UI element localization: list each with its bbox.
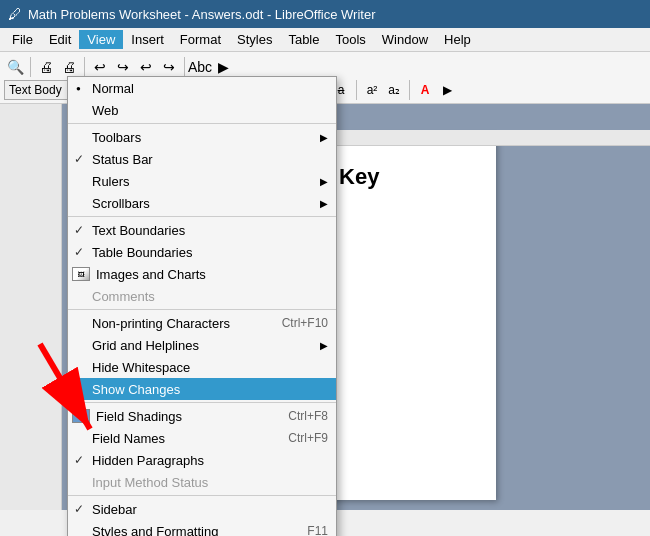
view-menu-imagescharts[interactable]: 🖼 Images and Charts <box>68 263 336 285</box>
view-menu-comments: Comments <box>68 285 336 307</box>
toolbar-more-button[interactable]: ▶ <box>212 56 234 78</box>
superscript-button[interactable]: a² <box>362 80 382 100</box>
toolbar-redo-button[interactable]: ↪ <box>112 56 134 78</box>
menu-help[interactable]: Help <box>436 30 479 49</box>
app-icon: 🖊 <box>8 6 22 22</box>
field-shadings-icon <box>72 409 90 423</box>
view-menu-inputmethodstatus: Input Method Status <box>68 471 336 493</box>
shortcut-fieldnames: Ctrl+F9 <box>288 431 328 445</box>
shortcut-nonprinting: Ctrl+F10 <box>282 316 328 330</box>
view-menu-normal[interactable]: ● Normal <box>68 77 336 99</box>
submenu-arrow-rulers: ▶ <box>320 176 328 187</box>
subscript-button[interactable]: a₂ <box>384 80 404 100</box>
view-menu-sidebar[interactable]: Sidebar <box>68 498 336 520</box>
shortcut-fieldshadings: Ctrl+F8 <box>288 409 328 423</box>
toolbar-separator-1 <box>30 57 31 77</box>
view-menu-fieldnames[interactable]: Field Names Ctrl+F9 <box>68 427 336 449</box>
view-menu-toolbars[interactable]: Toolbars ▶ <box>68 126 336 148</box>
view-menu-web[interactable]: Web <box>68 99 336 121</box>
toolbar-separator-2 <box>84 57 85 77</box>
toolbar-undo-button[interactable]: ↩ <box>89 56 111 78</box>
separator-5 <box>68 495 336 496</box>
view-menu[interactable]: ● Normal Web Toolbars ▶ Status Bar Ruler… <box>67 76 337 536</box>
toolbar-undo2-button[interactable]: ↩ <box>135 56 157 78</box>
fmt-separator-5 <box>409 80 410 100</box>
view-menu-scrollbars[interactable]: Scrollbars ▶ <box>68 192 336 214</box>
images-charts-icon: 🖼 <box>72 267 90 281</box>
view-menu-textboundaries[interactable]: Text Boundaries <box>68 219 336 241</box>
shortcut-styles: F11 <box>307 524 328 536</box>
toolbar-separator-3 <box>184 57 185 77</box>
separator-1 <box>68 123 336 124</box>
view-menu-nonprinting[interactable]: Non-printing Characters Ctrl+F10 <box>68 312 336 334</box>
view-menu-hiddenparagraphs[interactable]: Hidden Paragraphs <box>68 449 336 471</box>
menu-insert[interactable]: Insert <box>123 30 172 49</box>
separator-3 <box>68 309 336 310</box>
view-menu-showchanges[interactable]: Show Changes <box>68 378 336 400</box>
title-bar: 🖊 Math Problems Worksheet - Answers.odt … <box>0 0 650 28</box>
menu-tools[interactable]: Tools <box>327 30 373 49</box>
window-title: Math Problems Worksheet - Answers.odt - … <box>28 7 376 22</box>
radio-normal: ● <box>76 84 81 93</box>
submenu-arrow-scrollbars: ▶ <box>320 198 328 209</box>
fontcolor-button[interactable]: A <box>415 80 435 100</box>
fmt-separator-4 <box>356 80 357 100</box>
more-format-button[interactable]: ▶ <box>437 80 457 100</box>
menu-file[interactable]: File <box>4 30 41 49</box>
menu-bar: File Edit View Insert Format Styles Tabl… <box>0 28 650 52</box>
toolbar-find-button[interactable]: 🔍 <box>4 56 26 78</box>
menu-window[interactable]: Window <box>374 30 436 49</box>
toolbar-spellcheck-button[interactable]: Abc <box>189 56 211 78</box>
toolbar-print2-button[interactable]: 🖨 <box>58 56 80 78</box>
menu-format[interactable]: Format <box>172 30 229 49</box>
submenu-arrow-toolbars: ▶ <box>320 132 328 143</box>
menu-view[interactable]: View <box>79 30 123 49</box>
left-panel <box>0 104 62 510</box>
view-menu-gridhelplines[interactable]: Grid and Helplines ▶ <box>68 334 336 356</box>
submenu-arrow-grid: ▶ <box>320 340 328 351</box>
view-menu-hidewhitespace[interactable]: Hide Whitespace <box>68 356 336 378</box>
toolbar-redo2-button[interactable]: ↪ <box>158 56 180 78</box>
view-menu-tableboundaries[interactable]: Table Boundaries <box>68 241 336 263</box>
view-menu-rulers[interactable]: Rulers ▶ <box>68 170 336 192</box>
separator-4 <box>68 402 336 403</box>
menu-table[interactable]: Table <box>280 30 327 49</box>
separator-2 <box>68 216 336 217</box>
view-menu-stylesformatting[interactable]: Styles and Formatting F11 <box>68 520 336 536</box>
view-menu-statusbar[interactable]: Status Bar <box>68 148 336 170</box>
menu-styles[interactable]: Styles <box>229 30 280 49</box>
menu-edit[interactable]: Edit <box>41 30 79 49</box>
toolbar-print-button[interactable]: 🖨 <box>35 56 57 78</box>
view-menu-fieldshadings[interactable]: Field Shadings Ctrl+F8 <box>68 405 336 427</box>
